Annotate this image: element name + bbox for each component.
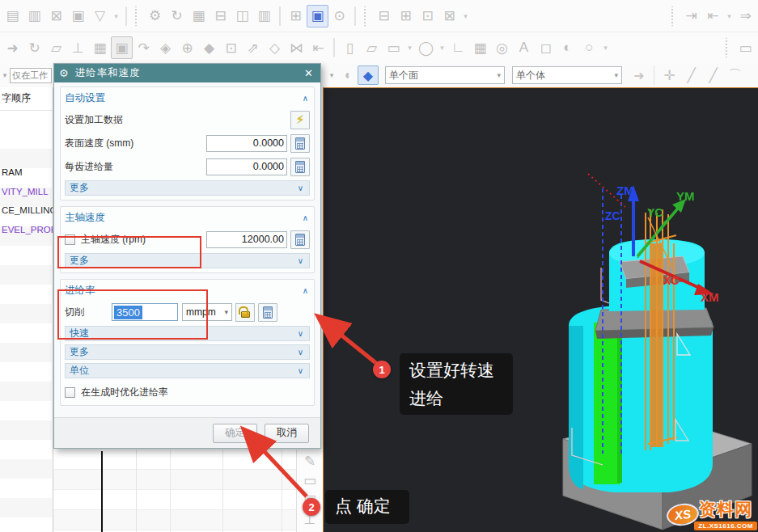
extrude-icon[interactable]: ▯	[339, 36, 361, 59]
block-icon[interactable]: ▱	[361, 36, 383, 59]
chevron-up-icon[interactable]: ∧	[303, 94, 310, 103]
ok-button[interactable]: 确定	[213, 424, 257, 443]
note-icon[interactable]: ▭	[300, 471, 320, 490]
chevron-up-icon[interactable]: ∧	[303, 213, 310, 222]
cut-feed-input[interactable]: 3500	[112, 303, 178, 321]
units-bar[interactable]: 单位 ∨	[65, 363, 310, 378]
generate-toolpath-icon[interactable]: ⚙	[144, 5, 166, 27]
move-object-icon[interactable]: ⇗	[242, 36, 264, 59]
item[interactable]: VITY_MILL	[2, 183, 53, 202]
graphics-viewport[interactable]: ZM ZC YM YC XC XM	[323, 87, 758, 532]
machining-method-view-icon[interactable]: ⊠	[438, 5, 460, 27]
simulate-machine-icon[interactable]: ◫	[231, 5, 253, 27]
paste-object-icon[interactable]: ▥	[23, 5, 45, 27]
solid-body-cube-icon[interactable]: ◆	[358, 65, 379, 85]
align-icon[interactable]: ⇤	[307, 36, 329, 59]
machine-tool-view-icon[interactable]: ⊞	[395, 5, 417, 27]
verify-toolpath-icon[interactable]: ▦	[188, 5, 210, 27]
polygon-caret[interactable]: ▾	[437, 36, 447, 59]
item[interactable]: RAM	[2, 163, 53, 183]
view-caret[interactable]: ▾	[460, 5, 471, 27]
chevron-up-icon[interactable]: ∧	[303, 286, 310, 295]
surface-speed-input[interactable]: 0.0000	[206, 135, 287, 152]
optimize-feed-checkbox[interactable]	[65, 387, 75, 398]
replay-toolpath-icon[interactable]: ↻	[166, 5, 188, 27]
line2-tool-icon[interactable]: ╱	[702, 64, 724, 87]
bounded-cube-icon[interactable]: ▣	[111, 36, 133, 59]
spindle-rpm-input[interactable]: 12000.00	[206, 231, 287, 248]
filter-caret-icon[interactable]: ▾	[0, 71, 10, 79]
auto-more-bar[interactable]: 更多 ∨	[65, 180, 310, 196]
section-view-icon[interactable]: ◈	[155, 36, 176, 59]
list-toolpath-icon[interactable]: ⊟	[210, 5, 231, 27]
dialog-titlebar[interactable]: ⚙ 进给率和速度 ✕	[54, 64, 320, 82]
body-rule-select[interactable]: 单个体 ▾	[512, 66, 622, 84]
item[interactable]: EVEL_PROF	[2, 221, 53, 240]
tool-list-icon[interactable]: ▽	[89, 5, 111, 27]
tool-info-icon[interactable]: ▣	[67, 5, 89, 27]
surface-tool-icon[interactable]: ⊕	[176, 36, 198, 59]
flow-merge-icon[interactable]: ⇒	[735, 5, 756, 27]
spindle-rpm-calc-button[interactable]	[290, 230, 310, 249]
circle-caret[interactable]: ▾	[600, 36, 611, 59]
feed-rates-header[interactable]: 进给率 ∧	[65, 281, 310, 299]
spindle-speed-checkbox[interactable]	[65, 234, 75, 245]
delete-tool-icon[interactable]: ⊠	[45, 5, 67, 27]
machine-output-icon[interactable]: ⊞	[285, 5, 307, 27]
forward-icon[interactable]: ➜	[2, 36, 23, 59]
rectangle-caret[interactable]: ▾	[404, 36, 415, 59]
close-icon[interactable]: ✕	[302, 67, 315, 79]
confirm-arrow-icon[interactable]: ➜	[629, 65, 650, 85]
spindle-more-bar[interactable]: 更多 ∨	[65, 253, 310, 268]
flow-caret[interactable]: ▾	[724, 5, 735, 27]
flow-input-icon[interactable]: ⇥	[680, 5, 702, 27]
clipped-icon[interactable]: ▭	[735, 36, 756, 59]
wireframe-cube-icon[interactable]: ◇	[264, 36, 286, 59]
line-tool-icon[interactable]: ╱	[680, 64, 702, 87]
snapshot-icon[interactable]: ▱	[45, 36, 67, 59]
feed-per-tooth-calc-button[interactable]	[290, 158, 310, 176]
flow-output-icon[interactable]: ⇤	[702, 5, 724, 27]
polygon-tool-icon[interactable]: ◯	[415, 36, 437, 59]
info-box-icon[interactable]: ⊡	[220, 36, 242, 59]
cut-unit-select[interactable]: mmpm ▾	[182, 303, 232, 321]
mirror-icon[interactable]: ⋈	[286, 36, 307, 59]
view-caret-icon[interactable]: ▾	[327, 71, 337, 79]
copy-object-icon[interactable]: ▤	[2, 5, 23, 27]
plane-grid-icon[interactable]: ▦	[469, 36, 491, 59]
radius-dimension-icon[interactable]: ↷	[133, 36, 155, 59]
cut-feed-calc-button[interactable]	[258, 303, 277, 322]
shaded-solid-icon[interactable]: ◖	[337, 65, 358, 85]
circle-in-rect-icon[interactable]: ◎	[491, 36, 513, 59]
auto-settings-header[interactable]: 自动设置 ∧	[65, 89, 310, 107]
shaded-view-icon[interactable]: ◆	[198, 36, 220, 59]
set-machining-data-button[interactable]: ⚡	[290, 111, 310, 129]
feed-more-bar[interactable]: 更多 ∨	[65, 344, 310, 360]
rotate-view-icon[interactable]: ↻	[23, 36, 45, 59]
item[interactable]: CE_MILLING	[2, 201, 53, 221]
cancel-button[interactable]: 取消	[265, 424, 309, 443]
face-rule-select[interactable]: 单个面 ▾	[385, 66, 505, 84]
rapid-bar[interactable]: 快速 ∨	[65, 326, 310, 341]
datum-icon[interactable]: ⊥	[67, 36, 89, 59]
spindle-speed-header[interactable]: 主轴速度 ∧	[65, 209, 310, 226]
curve-tool-icon[interactable]: ⌒	[724, 64, 746, 87]
cut-feed-lock-button[interactable]	[235, 303, 255, 322]
shop-documentation-icon[interactable]: ▣	[307, 5, 328, 27]
postprocess-icon[interactable]: ▥	[253, 5, 275, 27]
csys-icon[interactable]: ∟	[447, 36, 469, 59]
tool-time-icon[interactable]: ⊙	[328, 5, 350, 27]
program-order-view-icon[interactable]: ⊟	[373, 5, 395, 27]
tool-list-caret[interactable]: ▾	[111, 5, 121, 27]
measure-icon[interactable]: ▦	[89, 36, 111, 59]
navigator-column-header[interactable]: 字顺序	[0, 87, 53, 111]
circle-tool-icon[interactable]: ○	[578, 36, 600, 59]
eraser-icon[interactable]: ✎	[300, 451, 320, 471]
line-move-icon[interactable]: ✛	[658, 64, 680, 87]
geometry-view-icon[interactable]: ⊡	[417, 5, 438, 27]
surface-speed-calc-button[interactable]	[290, 134, 310, 153]
spotlight-icon[interactable]: ◐	[557, 36, 578, 59]
rectangle-tool-icon[interactable]: ▭	[383, 36, 404, 59]
work-filter-input[interactable]: 仅在工作	[10, 68, 52, 83]
box-wireframe-icon[interactable]: ◻	[535, 36, 557, 59]
